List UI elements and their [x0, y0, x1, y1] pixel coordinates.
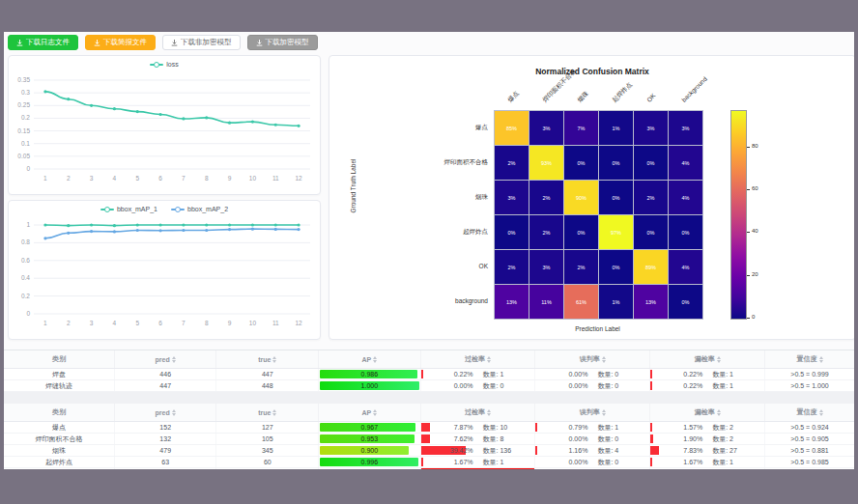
sort-icon[interactable]	[717, 409, 721, 416]
svg-text:0.15: 0.15	[17, 127, 30, 134]
legend-label: bbox_mAP_2	[187, 206, 228, 212]
column-header-4[interactable]: 过检率	[420, 350, 535, 369]
matrix-cell: 0%	[669, 285, 702, 319]
svg-text:3: 3	[90, 175, 94, 182]
table-row[interactable]: 焊缝轨迹4474481.0000.00%数量: 00.00%数量: 00.22%…	[4, 380, 854, 392]
column-header-label: AP	[362, 356, 372, 363]
misjudge-rate-cell: 0.00%数量: 0	[535, 457, 650, 468]
table-row[interactable]: 焊盘4464470.9860.22%数量: 10.00%数量: 00.22%数量…	[4, 369, 854, 380]
column-header-4[interactable]: 过检率	[420, 404, 535, 422]
sort-icon[interactable]	[819, 356, 823, 363]
confusion-matrix-xaxis-label: Prediction Label	[494, 325, 701, 332]
download-icon	[16, 40, 23, 46]
svg-text:0.8: 0.8	[21, 238, 30, 245]
misjudge-rate-cell: 0.00%数量: 0	[535, 434, 650, 445]
misjudge-rate-cell: 0.79%数量: 1	[535, 422, 650, 434]
column-header-7[interactable]: 置信度	[765, 404, 854, 422]
matrix-cell: 0%	[599, 146, 633, 180]
table-row[interactable]: OK1171000.929117.00%数量: 1170.00%数量: 00.0…	[4, 468, 854, 470]
legend-item-bbox_mAP_2[interactable]: bbox_mAP_2	[171, 206, 228, 212]
misjudge-rate-cell: 0.00%数量: 0	[535, 380, 650, 392]
matrix-cell: 3%	[529, 111, 563, 145]
download-log-button[interactable]: 下载日志文件	[8, 35, 78, 50]
legend-item-bbox_mAP_1[interactable]: bbox_mAP_1	[100, 206, 157, 212]
matrix-row-label: 烟珠	[343, 193, 488, 202]
table-gap	[4, 392, 854, 404]
sort-icon[interactable]	[373, 409, 377, 416]
legend-label: loss	[166, 61, 178, 68]
column-header-3[interactable]: AP	[319, 350, 421, 369]
confidence-cell: >0.5 = 0.940	[765, 468, 854, 470]
miss-rate-cell: 0.00%数量: 0	[650, 468, 765, 470]
download-report-button[interactable]: 下载简报文件	[85, 35, 156, 50]
miss-rate-cell: 1.90%数量: 2	[650, 434, 765, 445]
column-header-5[interactable]: 误判率	[535, 404, 650, 422]
download-encrypted-model-label: 下载加密模型	[266, 39, 309, 46]
svg-text:0.05: 0.05	[17, 153, 30, 159]
sort-icon[interactable]	[487, 356, 491, 363]
miss-rate-cell: 0.22%数量: 1	[650, 380, 765, 392]
download-encrypted-model-button[interactable]: 下载加密模型	[247, 35, 318, 50]
column-header-1[interactable]: pred	[114, 350, 216, 369]
svg-text:2: 2	[67, 175, 71, 182]
matrix-row-label: 爆点	[343, 124, 488, 132]
confidence-cell: >0.5 = 0.924	[765, 422, 854, 434]
colorbar-tick-label: 0	[752, 314, 755, 320]
table-row[interactable]: 焊印面积不合格1321050.9537.62%数量: 80.00%数量: 01.…	[4, 434, 854, 445]
download-plain-model-button[interactable]: 下载非加密模型	[162, 35, 241, 50]
matrix-column-label: OK	[644, 92, 658, 105]
table-row[interactable]: 烟珠4793450.90039.42%数量: 1361.16%数量: 47.83…	[4, 445, 854, 457]
sort-icon[interactable]	[373, 356, 377, 363]
ap-cell: 0.996	[319, 457, 421, 468]
class-name-cell: 烟珠	[4, 445, 114, 457]
miss-rate-cell: 1.67%数量: 1	[650, 457, 765, 468]
sort-icon[interactable]	[172, 409, 176, 416]
sort-icon[interactable]	[272, 409, 276, 416]
matrix-cell: 2%	[495, 146, 529, 180]
metrics-tables: 类别predtrueAP过检率误判率漏检率置信度焊盘4464470.9860.2…	[4, 350, 854, 469]
column-header-1[interactable]: pred	[114, 404, 216, 422]
column-header-2[interactable]: true	[216, 350, 319, 369]
legend-item-loss[interactable]: loss	[150, 61, 178, 68]
column-header-label: AP	[362, 409, 372, 416]
column-header-5[interactable]: 误判率	[535, 350, 650, 369]
matrix-cell: 2%	[634, 181, 668, 214]
sort-icon[interactable]	[717, 356, 721, 363]
sort-icon[interactable]	[602, 356, 606, 363]
matrix-row-label: background	[343, 297, 488, 304]
table-row[interactable]: 起焊炸点63600.9961.67%数量: 10.00%数量: 01.67%数量…	[4, 457, 854, 468]
column-header-label: true	[258, 356, 271, 363]
sort-icon[interactable]	[172, 356, 176, 363]
matrix-cell: 4%	[669, 181, 702, 214]
svg-text:11: 11	[272, 320, 279, 326]
column-header-6[interactable]: 漏检率	[650, 404, 765, 422]
class-name-cell: OK	[4, 468, 114, 470]
class-metrics-table: 类别predtrueAP过检率误判率漏检率置信度爆点1521270.9677.8…	[4, 404, 854, 469]
svg-text:9: 9	[228, 320, 232, 326]
sort-icon[interactable]	[819, 409, 823, 416]
table-row[interactable]: 爆点1521270.9677.87%数量: 100.79%数量: 11.57%数…	[4, 422, 854, 434]
svg-text:5: 5	[135, 320, 139, 326]
map-line-chart: 00.20.40.60.81123456789101112	[9, 217, 318, 335]
matrix-cell: 3%	[634, 111, 668, 145]
summary-metrics-table: 类别predtrueAP过检率误判率漏检率置信度焊盘4464470.9860.2…	[4, 350, 854, 392]
sort-icon[interactable]	[272, 356, 276, 363]
column-header-3[interactable]: AP	[319, 404, 421, 422]
colorbar-tick	[747, 232, 750, 233]
pred-cell: 447	[114, 380, 216, 392]
confusion-matrix-grid: 85%3%7%1%3%3%2%93%0%0%0%4%3%2%90%0%2%4%0…	[494, 110, 703, 320]
svg-text:10: 10	[249, 320, 257, 326]
column-header-6[interactable]: 漏检率	[650, 350, 765, 369]
confusion-matrix-card: Normalized Confusion Matrix Ground Truth…	[329, 55, 854, 340]
sort-icon[interactable]	[487, 409, 491, 416]
matrix-row-label: 起焊炸点	[343, 228, 488, 237]
class-name-cell: 焊印面积不合格	[4, 434, 114, 445]
svg-text:8: 8	[205, 320, 209, 326]
column-header-7[interactable]: 置信度	[765, 350, 854, 369]
column-header-0: 类别	[4, 404, 114, 422]
svg-text:0.35: 0.35	[17, 76, 30, 83]
column-header-2[interactable]: true	[216, 404, 319, 422]
matrix-cell: 2%	[564, 250, 598, 284]
sort-icon[interactable]	[602, 409, 606, 416]
misjudge-rate-cell: 0.00%数量: 0	[535, 369, 650, 380]
